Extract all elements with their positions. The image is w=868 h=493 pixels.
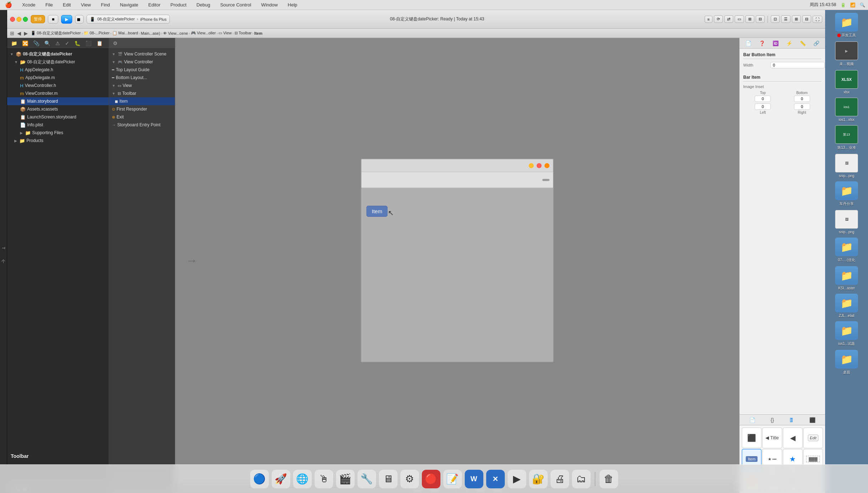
dock-video[interactable]: 🎬 — [336, 470, 355, 488]
inspector-right-input[interactable] — [794, 103, 810, 110]
menu-xcode[interactable]: Xcode — [20, 1, 38, 8]
log-nav-btn[interactable]: 📋 — [95, 40, 104, 47]
debug-panel-toggle[interactable]: ☰ — [781, 15, 790, 23]
obj-bar-button-chevron[interactable]: ◀ — [783, 428, 803, 448]
menu-help[interactable]: Help — [286, 1, 300, 8]
tree-appdelegate-m[interactable]: m AppDelegate.m — [7, 74, 109, 82]
dock-safari[interactable]: 🌐 — [293, 470, 312, 488]
desktop-desktop-folder[interactable]: 📁 桌面 — [827, 350, 866, 375]
find-nav-btn[interactable]: 🔍 — [43, 40, 52, 47]
stop-button[interactable]: ■ — [48, 15, 58, 24]
dock-terminal[interactable]: 🖥 — [379, 470, 398, 488]
dock-mouse[interactable]: 🖱 — [315, 470, 333, 488]
dock-launchpad[interactable]: 🚀 — [272, 470, 290, 488]
layout-version[interactable]: ⊟ — [756, 15, 765, 23]
maximize-button[interactable] — [23, 17, 28, 22]
scene-view-controller[interactable]: ▼ 🎮 View Controller — [109, 58, 175, 66]
fullscreen-btn[interactable]: ⛶ — [813, 16, 822, 23]
menu-editor[interactable]: Editor — [146, 1, 163, 8]
dock-trash[interactable]: 🗑 — [600, 470, 618, 488]
run-button[interactable]: ▶ — [61, 15, 72, 24]
scene-bottom-layout[interactable]: ━ Bottom Layout... — [109, 74, 175, 82]
scheme-selector[interactable]: 📱 08-自定义•datePicker › iPhone 6s Plus — [87, 15, 169, 24]
tree-supporting-files[interactable]: ▶ 📁 Supporting Files — [7, 129, 109, 137]
breadcrumb-mainase[interactable]: Main...ase) — [141, 31, 160, 35]
menu-product[interactable]: Product — [168, 1, 189, 8]
scene-exit[interactable]: ⊗ Exit — [109, 113, 175, 121]
phone-dot-maximize[interactable] — [544, 163, 549, 168]
tree-main-storyboard[interactable]: 📋 Main.storyboard — [7, 97, 109, 105]
tree-assets[interactable]: 📦 Assets.xcassets — [7, 105, 109, 113]
dock-red-app[interactable]: 🔴 — [422, 470, 440, 488]
scene-toolbar[interactable]: ▼ ⊟ Toolbar — [109, 89, 175, 97]
scene-top-layout[interactable]: ━ Top Layout Guide — [109, 66, 175, 74]
breakpoint-toggle[interactable]: ⇄ — [724, 15, 733, 23]
test-nav-btn[interactable]: ✓ — [63, 40, 71, 47]
obj-bar-button-back[interactable]: ◀ Title — [762, 428, 782, 448]
desktop-zjl-folder[interactable]: 📁 ZJL...etail — [827, 294, 866, 318]
desktop-video-file[interactable]: ▶ 未…视频 — [827, 42, 866, 67]
layout-assistant[interactable]: ⊞ — [745, 15, 754, 23]
scene-filter-btn[interactable]: ⚙ — [111, 40, 119, 47]
pause-button[interactable]: 暂停 — [31, 15, 45, 23]
scene-first-responder[interactable]: ⊙ First Responder — [109, 105, 175, 113]
inspector-size-btn[interactable]: 📏 — [798, 40, 808, 47]
inspector-file-btn[interactable]: 📄 — [744, 40, 753, 47]
navigator-toggle[interactable]: ≡ — [705, 16, 712, 23]
phone-dot-close[interactable] — [537, 163, 542, 168]
desktop-devtools-folder[interactable]: 📁 开发工具 — [827, 13, 866, 38]
dock-x-app[interactable]: ✕ — [486, 470, 505, 488]
menu-edit[interactable]: Edit — [61, 1, 73, 8]
inspector-bottom-input[interactable] — [794, 96, 810, 102]
desktop-ios-xlsx[interactable]: ios1 ios1...xlsx — [827, 98, 866, 122]
menu-window[interactable]: Window — [259, 1, 280, 8]
desktop-xlsx-file[interactable]: XLSX xlsx — [827, 70, 866, 94]
phone-dot-minimize[interactable] — [529, 163, 534, 168]
file-nav-btn[interactable]: 📁 — [9, 40, 19, 47]
breadcrumb-back[interactable]: ⊞ — [9, 30, 15, 36]
breadcrumb-mainboard[interactable]: 📋 Mai...board — [112, 31, 138, 35]
inspector-connections-btn[interactable]: 🔗 — [812, 40, 821, 47]
tree-viewcontroller-m[interactable]: m ViewController.m — [7, 89, 109, 97]
stop-square-button[interactable]: ◼ — [75, 15, 84, 24]
minimize-button[interactable] — [16, 17, 21, 22]
source-ctrl-btn[interactable]: 🔀 — [20, 40, 30, 47]
inspector-quick-help-btn[interactable]: ❓ — [757, 40, 767, 47]
close-button[interactable] — [10, 17, 15, 22]
breadcrumb-viewoller[interactable]: 🎮 View...oller — [191, 31, 216, 35]
tree-products[interactable]: ▶ 📁 Products — [7, 137, 109, 145]
menu-view[interactable]: View — [79, 1, 93, 8]
dock-notes[interactable]: 📝 — [443, 470, 462, 488]
desktop-07-folder[interactable]: 📁 07-…(优化 — [827, 238, 866, 263]
obj-bar-button-edit[interactable]: Edit — [803, 428, 823, 448]
dock-run-app[interactable]: ▶ — [508, 470, 526, 488]
dock-finder[interactable]: 🔵 — [250, 470, 269, 488]
phone-item-button[interactable]: Item — [366, 206, 388, 217]
warning-nav-btn[interactable]: ⚠ — [54, 40, 62, 47]
dock-system-prefs[interactable]: ⚙ — [400, 470, 419, 488]
tree-info-plist[interactable]: 📄 Info.plist — [7, 121, 109, 129]
desktop-chadan-folder[interactable]: 📁 车丹分享 — [827, 181, 866, 206]
obj-lib-code-btn[interactable]: {} — [769, 416, 776, 424]
obj-bar-button-square[interactable]: ⬛ — [742, 428, 761, 448]
breakpoint-nav-btn[interactable]: ⬛ — [84, 40, 93, 47]
obj-lib-media-btn[interactable]: 🎛 — [787, 416, 796, 424]
menu-source-control[interactable]: Source Control — [218, 1, 253, 8]
breadcrumb-prev[interactable]: ◀ — [16, 30, 22, 36]
debug-toggle[interactable]: ⟳ — [714, 15, 723, 23]
dock-files-app[interactable]: 🗂 — [572, 470, 591, 488]
menu-find[interactable]: Find — [99, 1, 112, 8]
breadcrumb-project[interactable]: 📱 08-自定义键盘datePicker — [31, 30, 81, 36]
tree-group-main[interactable]: ▼ 📂 08-自定义键盘datePicker — [7, 58, 109, 66]
breadcrumb-item[interactable]: Item — [254, 31, 262, 35]
obj-lib-snippet-btn[interactable]: ⬛ — [808, 416, 817, 424]
breadcrumb-view[interactable]: ▭ View — [218, 31, 232, 35]
inspector-toggle[interactable]: ⊡ — [771, 15, 780, 23]
tree-launch-storyboard[interactable]: 📋 LaunchScreen.storyboard — [7, 113, 109, 121]
menu-navigate[interactable]: Navigate — [118, 1, 140, 8]
tree-appdelegate-h[interactable]: H AppDelegate.h — [7, 66, 109, 74]
scene-item[interactable]: ◼ Item — [109, 97, 175, 105]
scene-view-controller-scene[interactable]: ▼ 🎬 View Controller Scene — [109, 50, 175, 58]
desktop-snip1-png[interactable]: 🖼 snip...png — [827, 154, 866, 178]
scene-view[interactable]: ▼ ▭ View — [109, 82, 175, 89]
